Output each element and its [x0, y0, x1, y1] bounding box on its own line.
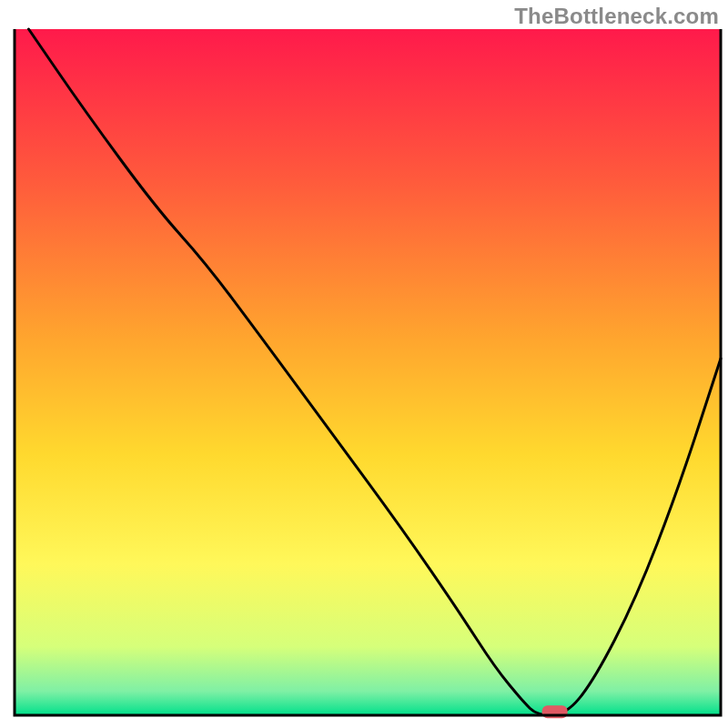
plot-background — [15, 29, 721, 715]
watermark-text: TheBottleneck.com — [514, 4, 719, 29]
bottleneck-chart — [0, 0, 728, 728]
chart-stage: TheBottleneck.com — [0, 0, 728, 728]
